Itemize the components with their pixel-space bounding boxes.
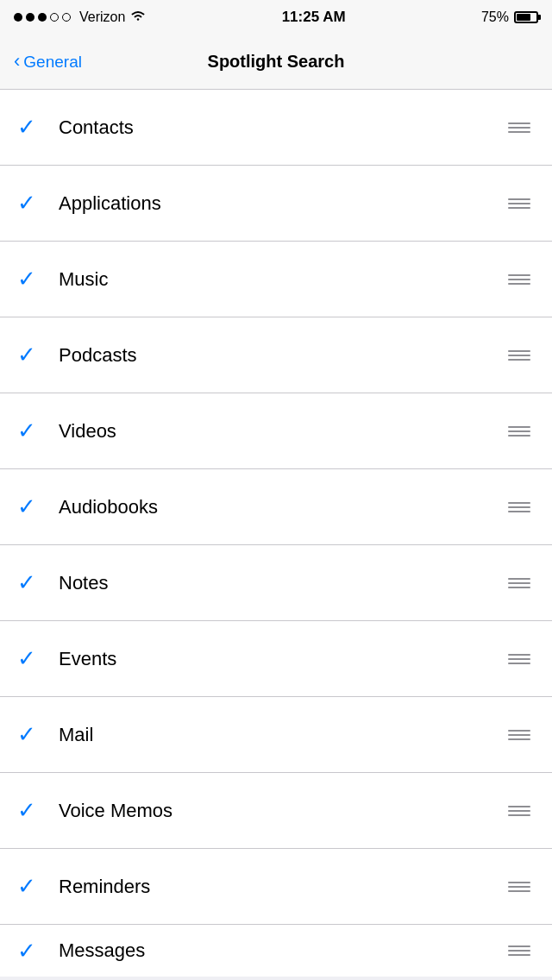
item-label: Messages [59,939,504,962]
drag-handle-icon[interactable] [504,882,535,892]
battery-percentage: 75% [481,9,509,25]
status-time: 11:25 AM [282,9,346,26]
checkmark-icon: ✓ [17,342,59,368]
drag-handle-icon[interactable] [504,122,535,133]
list-item[interactable]: ✓Podcasts [0,317,552,393]
item-label: Applications [59,192,504,215]
list-item[interactable]: ✓Reminders [0,849,552,925]
list-item[interactable]: ✓Events [0,621,552,697]
status-left: Verizon [14,9,146,25]
drag-handle-icon[interactable] [504,806,535,816]
item-label: Videos [59,420,504,443]
item-label: Reminders [59,876,504,898]
list-item[interactable]: ✓Videos [0,393,552,469]
signal-dot-3 [38,13,47,22]
drag-handle-icon[interactable] [504,198,535,209]
list-item[interactable]: ✓Mail [0,697,552,773]
nav-bar: ‹ General Spotlight Search [0,35,552,90]
checkmark-icon: ✓ [17,569,59,596]
drag-handle-icon[interactable] [504,350,535,361]
checkmark-icon: ✓ [17,938,59,964]
checkmark-icon: ✓ [17,721,59,748]
item-label: Audiobooks [59,496,504,518]
signal-dot-4 [50,13,59,22]
checkmark-icon: ✓ [17,493,59,520]
battery-icon [514,11,538,23]
status-bar: Verizon 11:25 AM 75% [0,0,552,35]
list-item[interactable]: ✓Contacts [0,90,552,166]
list-item[interactable]: ✓Voice Memos [0,773,552,849]
item-label: Events [59,648,504,670]
item-label: Podcasts [59,344,504,367]
list-item[interactable]: ✓Music [0,242,552,317]
signal-dot-5 [62,13,71,22]
list-item[interactable]: ✓Messages [0,925,552,977]
signal-dots [14,13,71,22]
status-right: 75% [481,9,538,25]
signal-dot-1 [14,13,22,22]
drag-handle-icon[interactable] [504,578,535,588]
checkmark-icon: ✓ [17,114,59,141]
checkmark-icon: ✓ [17,418,59,444]
checkmark-icon: ✓ [17,645,59,672]
item-label: Voice Memos [59,800,504,822]
wifi-icon [130,9,146,25]
back-button[interactable]: ‹ General [14,53,82,72]
drag-handle-icon[interactable] [504,730,535,740]
checkmark-icon: ✓ [17,873,59,900]
page-title: Spotlight Search [208,52,345,72]
item-label: Mail [59,724,504,746]
checkmark-icon: ✓ [17,266,59,292]
drag-handle-icon[interactable] [504,426,535,437]
drag-handle-icon[interactable] [504,945,535,956]
list-item[interactable]: ✓Notes [0,545,552,621]
drag-handle-icon[interactable] [504,654,535,664]
drag-handle-icon[interactable] [504,274,535,285]
checkmark-icon: ✓ [17,797,59,824]
item-label: Notes [59,572,504,594]
item-label: Music [59,268,504,291]
item-label: Contacts [59,116,504,139]
signal-dot-2 [26,13,34,22]
spotlight-search-list: ✓Contacts✓Applications✓Music✓Podcasts✓Vi… [0,90,552,977]
back-chevron-icon: ‹ [14,52,20,71]
list-item[interactable]: ✓Applications [0,166,552,242]
battery-fill [517,14,531,21]
back-label: General [23,53,82,72]
carrier-label: Verizon [79,9,125,25]
checkmark-icon: ✓ [17,190,59,217]
list-item[interactable]: ✓Audiobooks [0,469,552,545]
drag-handle-icon[interactable] [504,502,535,512]
